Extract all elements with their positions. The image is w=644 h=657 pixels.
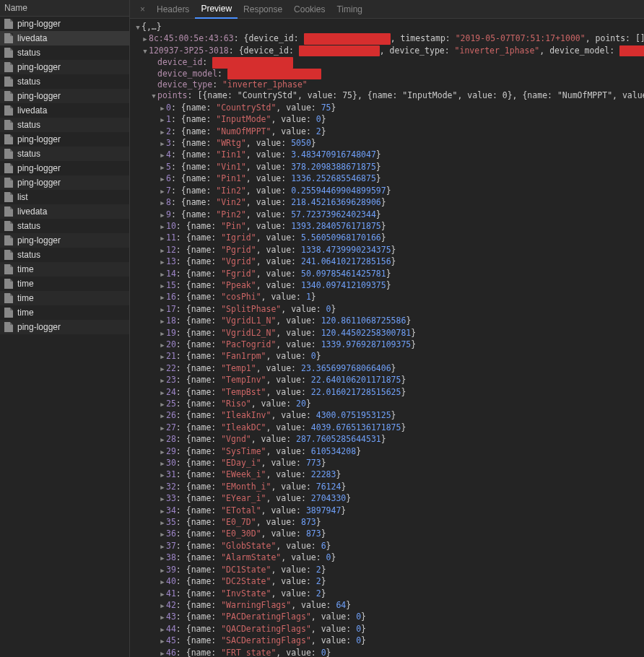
tab-headers[interactable]: Headers	[151, 1, 195, 18]
tree-arrow-icon[interactable]	[159, 114, 166, 126]
sidebar-item[interactable]: ping-logger	[0, 60, 129, 74]
tree-arrow-icon[interactable]	[159, 505, 166, 517]
tree-node[interactable]: 12: {name: "Pgrid", value: 1338.47399902…	[166, 245, 396, 256]
tree-node[interactable]: 22: {name: "Temp1", value: 23.3656997680…	[166, 363, 396, 374]
tree-node[interactable]: 11: {name: "Igrid", value: 5.56050968170…	[166, 232, 386, 243]
tree-arrow-icon[interactable]	[142, 45, 149, 57]
tree-arrow-icon[interactable]	[159, 126, 166, 138]
tree-arrow-icon[interactable]	[159, 399, 166, 410]
tree-node[interactable]: 26: {name: "IleakInv", value: 4300.07519…	[166, 410, 396, 421]
tree-arrow-icon[interactable]	[159, 446, 166, 458]
tree-node[interactable]: 28: {name: "Vgnd", value: 287.7605285644…	[166, 434, 386, 445]
sidebar-item[interactable]: ping-logger	[0, 132, 129, 147]
tree-arrow-icon[interactable]	[159, 552, 166, 564]
tree-node[interactable]: 10: {name: "Pin", value: 1393.2840576171…	[166, 221, 386, 232]
sidebar-item[interactable]: ping-logger	[0, 175, 129, 190]
tree-arrow-icon[interactable]	[159, 422, 166, 434]
tree-node[interactable]: 8c:45:00:5e:43:63: {device_id: , timesta…	[149, 33, 644, 44]
tree-node[interactable]: 41: {name: "InvState", value: 2}	[166, 588, 326, 599]
tree-arrow-icon[interactable]	[159, 103, 166, 114]
tree-arrow-icon[interactable]	[134, 22, 142, 33]
tree-node[interactable]: 33: {name: "EYear_i", value: 2704330}	[166, 493, 351, 504]
tree-arrow-icon[interactable]	[159, 624, 166, 635]
tree-node[interactable]: 18: {name: "VgridL1_N", value: 120.86110…	[166, 316, 411, 326]
tree-node[interactable]: 24: {name: "TempBst", value: 22.01602172…	[166, 387, 406, 398]
sidebar-item[interactable]: livedata	[0, 31, 129, 45]
tree-arrow-icon[interactable]	[159, 186, 166, 197]
tree-node[interactable]: 19: {name: "VgridL2_N", value: 120.44502…	[166, 328, 416, 339]
json-tree-viewer[interactable]: {,…}8c:45:00:5e:43:63: {device_id: , tim…	[130, 19, 644, 657]
tree-node[interactable]: 30: {name: "EDay_i", value: 773}	[166, 458, 326, 469]
tree-node[interactable]: 13: {name: "Vgrid", value: 241.064102172…	[166, 256, 396, 267]
tree-node[interactable]: 38: {name: "AlarmState", value: 0}	[166, 552, 336, 563]
sidebar-item[interactable]: ping-logger	[0, 320, 129, 334]
tree-arrow-icon[interactable]	[159, 541, 166, 552]
tree-node[interactable]: device_id:	[157, 57, 293, 68]
sidebar-item[interactable]: time	[0, 277, 129, 291]
tree-node[interactable]: 4: {name: "Iin1", value: 3.4834709167480…	[166, 149, 381, 160]
tree-arrow-icon[interactable]	[159, 339, 166, 351]
tree-arrow-icon[interactable]	[159, 600, 166, 612]
sidebar-item[interactable]: time	[0, 291, 129, 305]
tree-arrow-icon[interactable]	[159, 375, 166, 386]
close-icon[interactable]: ×	[134, 4, 151, 14]
tree-node[interactable]: 36: {name: "E0_30D", value: 873}	[166, 528, 326, 539]
tree-node[interactable]: 6: {name: "Pin1", value: 1336.2526855468…	[166, 173, 381, 184]
tree-arrow-icon[interactable]	[159, 221, 166, 232]
tree-node[interactable]: 27: {name: "IleakDC", value: 4039.676513…	[166, 422, 406, 433]
tree-node[interactable]: 9: {name: "Pin2", value: 57.723739624023…	[166, 209, 381, 220]
tree-node[interactable]: 3: {name: "WRtg", value: 5050}	[166, 138, 316, 149]
tree-node[interactable]: 44: {name: "QACDeratingFlags", value: 0}	[166, 624, 366, 635]
tree-arrow-icon[interactable]	[159, 292, 166, 303]
tree-node[interactable]: 37: {name: "GlobState", value: 6}	[166, 541, 331, 552]
tree-node[interactable]: 21: {name: "Fan1rpm", value: 0}	[166, 351, 321, 362]
tree-arrow-icon[interactable]	[159, 612, 166, 623]
tree-arrow-icon[interactable]	[159, 149, 166, 161]
tree-arrow-icon[interactable]	[159, 209, 166, 221]
tree-node[interactable]: 25: {name: "Riso", value: 20}	[166, 399, 311, 409]
tree-node[interactable]: 120937-3P25-3018: {device_id: , device_t…	[149, 45, 644, 56]
tree-arrow-icon[interactable]	[159, 588, 166, 600]
tree-arrow-icon[interactable]	[159, 528, 166, 540]
tree-arrow-icon[interactable]	[159, 493, 166, 505]
tree-node[interactable]: 39: {name: "DC1State", value: 2}	[166, 565, 326, 575]
tree-arrow-icon[interactable]	[159, 173, 166, 185]
sidebar-item[interactable]: list	[0, 190, 129, 204]
tree-node[interactable]: 34: {name: "ETotal", value: 3897947}	[166, 505, 346, 516]
tree-arrow-icon[interactable]	[159, 363, 166, 375]
sidebar-item[interactable]: ping-logger	[0, 89, 129, 103]
tab-response[interactable]: Response	[238, 1, 288, 18]
sidebar-item[interactable]: ping-logger	[0, 233, 129, 248]
tree-node[interactable]: 16: {name: "cosPhi", value: 1}	[166, 292, 316, 303]
tree-arrow-icon[interactable]	[159, 328, 166, 339]
tree-node[interactable]: 15: {name: "Ppeak", value: 1340.09741210…	[166, 280, 391, 291]
sidebar-item[interactable]: status	[0, 74, 129, 89]
tree-node[interactable]: 2: {name: "NumOfMPPT", value: 2}	[166, 126, 326, 137]
sidebar-item[interactable]: ping-logger	[0, 17, 129, 31]
sidebar-item[interactable]: livedata	[0, 103, 129, 118]
tree-arrow-icon[interactable]	[159, 482, 166, 493]
tree-node[interactable]: 14: {name: "Fgrid", value: 50.0978546142…	[166, 269, 391, 279]
tree-node[interactable]: 5: {name: "Vin1", value: 378.20983886718…	[166, 162, 381, 173]
tree-arrow-icon[interactable]	[159, 280, 166, 292]
tree-arrow-icon[interactable]	[159, 269, 166, 280]
tree-arrow-icon[interactable]	[159, 565, 166, 576]
tree-arrow-icon[interactable]	[159, 256, 166, 268]
sidebar-item[interactable]: status	[0, 118, 129, 132]
tree-arrow-icon[interactable]	[159, 138, 166, 149]
sidebar-item[interactable]: status	[0, 248, 129, 262]
tree-arrow-icon[interactable]	[150, 90, 157, 102]
tree-arrow-icon[interactable]	[159, 576, 166, 588]
tab-cookies[interactable]: Cookies	[288, 1, 331, 18]
sidebar-item[interactable]: time	[0, 305, 129, 320]
tree-node[interactable]: 31: {name: "EWeek_i", value: 22283}	[166, 469, 341, 480]
tree-arrow-icon[interactable]	[159, 469, 166, 481]
tree-arrow-icon[interactable]	[159, 245, 166, 256]
tree-arrow-icon[interactable]	[159, 410, 166, 422]
tree-node[interactable]: 29: {name: "SysTime", value: 610534208}	[166, 446, 361, 457]
sidebar-item[interactable]: status	[0, 219, 129, 233]
tree-arrow-icon[interactable]	[159, 648, 166, 657]
sidebar-item[interactable]: status	[0, 45, 129, 60]
tree-node[interactable]: 17: {name: "SplitPhase", value: 0}	[166, 304, 336, 315]
tree-node[interactable]: 8: {name: "Vin2", value: 218.45216369628…	[166, 197, 386, 208]
